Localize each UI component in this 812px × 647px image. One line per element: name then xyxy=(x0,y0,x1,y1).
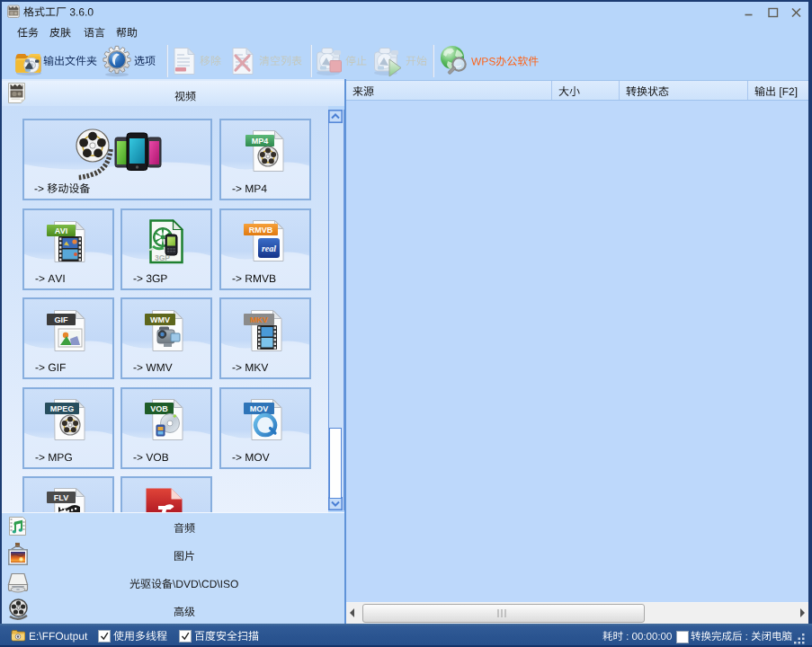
svg-text:real: real xyxy=(262,244,276,253)
svg-text:WMV: WMV xyxy=(150,315,170,324)
svg-text:FLV: FLV xyxy=(54,493,68,502)
svg-text:AVI: AVI xyxy=(55,226,67,235)
svg-text:MP4: MP4 xyxy=(252,137,269,146)
svg-text:3GP: 3GP xyxy=(155,253,170,262)
svg-text:MOV: MOV xyxy=(250,404,269,413)
svg-text:GIF: GIF xyxy=(55,315,69,324)
svg-text:MKV: MKV xyxy=(250,315,268,324)
svg-text:MPEG: MPEG xyxy=(50,404,75,413)
svg-text:VOB: VOB xyxy=(150,404,168,413)
svg-text:RMVB: RMVB xyxy=(249,226,273,235)
